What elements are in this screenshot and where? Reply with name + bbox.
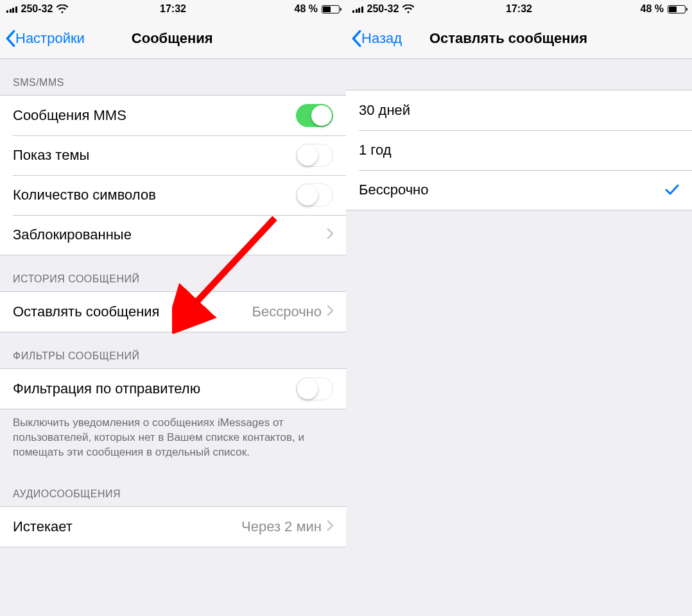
chevron-left-icon [5,30,15,47]
cell-label: Заблокированные [13,227,327,243]
option-label: Бессрочно [359,182,665,198]
toggle-mms[interactable] [296,104,333,127]
history-group: Оставлять сообщения Бессрочно [0,291,346,332]
cell-char-count[interactable]: Количество символов [0,175,346,215]
cell-blocked[interactable]: Заблокированные [0,215,346,255]
cell-label: Показ темы [13,147,296,164]
option-30-days[interactable]: 30 дней [346,90,692,130]
keep-messages-screen: 250-32 17:32 48 % Назад Оставлять сообще… [346,0,692,616]
battery-percent: 48 % [641,3,664,15]
chevron-right-icon [327,518,333,535]
cell-show-subject[interactable]: Показ темы [0,135,346,175]
page-title: Оставлять сообщения [429,30,587,47]
carrier-label: 250-32 [21,3,53,15]
keep-options-group: 30 дней 1 год Бессрочно [346,90,692,210]
toggle-char-count[interactable] [296,184,333,207]
page-title: Сообщения [132,30,213,47]
cell-label: Оставлять сообщения [13,304,252,320]
nav-bar: Назад Оставлять сообщения [346,18,692,59]
status-bar: 250-32 17:32 48 % [346,0,692,18]
carrier-label: 250-32 [367,3,399,15]
cell-detail: Через 2 мин [241,518,322,535]
wifi-icon [56,4,68,13]
chevron-left-icon [351,30,361,47]
back-button[interactable]: Настройки [0,30,85,47]
cell-filter-by-sender[interactable]: Фильтрация по отправителю [0,369,346,409]
option-label: 1 год [359,142,679,158]
section-header-audio: АУДИОСООБЩЕНИЯ [0,470,346,506]
cell-label: Сообщения MMS [13,107,296,124]
status-time: 17:32 [506,3,532,15]
back-label: Назад [361,30,402,47]
option-1-year[interactable]: 1 год [346,130,692,170]
back-button[interactable]: Назад [346,30,402,47]
sms-mms-group: Сообщения MMS Показ темы Количество симв… [0,95,346,255]
checkmark-icon [665,180,679,200]
wifi-icon [402,4,414,13]
signal-icon [352,5,363,13]
cell-label: Фильтрация по отправителю [13,381,296,397]
status-time: 17:32 [160,3,186,15]
cell-label: Истекает [13,518,241,535]
chevron-right-icon [327,227,333,243]
filters-group: Фильтрация по отправителю [0,368,346,409]
option-label: 30 дней [359,102,679,119]
option-forever[interactable]: Бессрочно [346,170,692,210]
nav-bar: Настройки Сообщения [0,18,346,59]
cell-label: Количество символов [13,187,296,203]
toggle-subject[interactable] [296,144,333,167]
toggle-filter-sender[interactable] [296,377,333,400]
battery-icon [322,5,340,13]
signal-icon [6,5,17,13]
battery-icon [668,5,686,13]
battery-percent: 48 % [295,3,318,15]
section-footer-filters: Выключить уведомления о сообщениях iMess… [0,409,346,470]
section-header-filters: ФИЛЬТРЫ СООБЩЕНИЙ [0,332,346,368]
section-header-sms: SMS/MMS [0,59,346,95]
cell-detail: Бессрочно [252,304,322,320]
cell-keep-messages[interactable]: Оставлять сообщения Бессрочно [0,292,346,332]
cell-audio-expire[interactable]: Истекает Через 2 мин [0,507,346,547]
section-header-history: ИСТОРИЯ СООБЩЕНИЙ [0,255,346,291]
chevron-right-icon [327,304,333,320]
status-bar: 250-32 17:32 48 % [0,0,346,18]
back-label: Настройки [15,30,85,47]
audio-group: Истекает Через 2 мин [0,506,346,547]
cell-mms-messages[interactable]: Сообщения MMS [0,96,346,135]
messages-settings-screen: 250-32 17:32 48 % Настройки Сообщения SM… [0,0,346,616]
